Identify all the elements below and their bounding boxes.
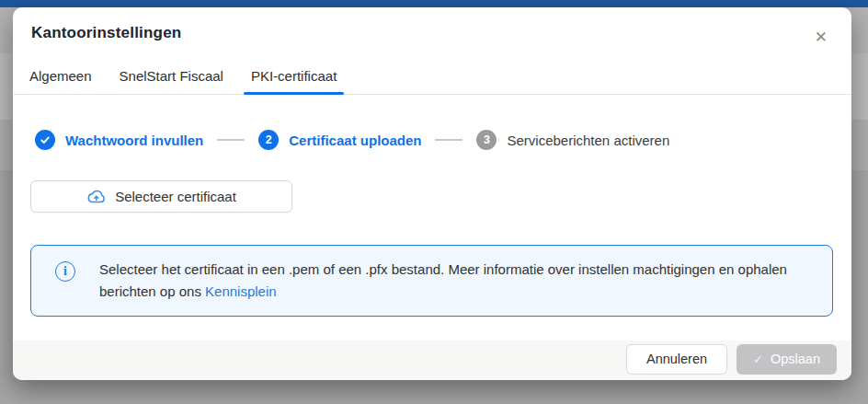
modal-footer: Annuleren ✓ Opslaan <box>13 341 851 380</box>
step-number-badge: 3 <box>476 130 497 150</box>
info-message: Selecteer het certificaat in een .pem of… <box>99 261 787 299</box>
save-button[interactable]: ✓ Opslaan <box>737 344 837 375</box>
step-wachtwoord-invullen[interactable]: Wachtwoord invullen <box>35 130 203 150</box>
step-label: Serviceberichten activeren <box>507 133 669 148</box>
check-icon: ✓ <box>753 352 763 366</box>
tab-bar: Algemeen SnelStart Fiscaal PKI-certifica… <box>13 55 851 95</box>
modal-title: Kantoorinstellingen <box>31 24 181 42</box>
select-certificate-label: Selecteer certificaat <box>115 189 236 204</box>
info-text: Selecteer het certificaat in een .pem of… <box>99 259 810 303</box>
kantoorinstellingen-modal: Kantoorinstellingen ✕ Algemeen SnelStart… <box>13 7 851 380</box>
tab-pki-certificaat[interactable]: PKI-certificaat <box>249 61 338 94</box>
kennisplein-link[interactable]: Kennisplein <box>205 283 277 299</box>
save-button-label: Opslaan <box>771 352 820 366</box>
modal-header: Kantoorinstellingen ✕ <box>13 7 851 55</box>
cancel-button[interactable]: Annuleren <box>626 344 727 375</box>
wizard-stepper: Wachtwoord invullen 2 Certificaat upload… <box>30 130 834 150</box>
step-serviceberichten-activeren[interactable]: 3 Serviceberichten activeren <box>476 130 669 150</box>
modal-content: Wachtwoord invullen 2 Certificaat upload… <box>13 95 851 341</box>
app-top-bar <box>0 0 868 7</box>
tab-snelstart-fiscaal[interactable]: SnelStart Fiscaal <box>118 61 225 94</box>
step-certificaat-uploaden[interactable]: 2 Certificaat uploaden <box>258 130 421 150</box>
step-connector <box>435 139 463 141</box>
step-connector <box>217 139 245 141</box>
step-label: Certificaat uploaden <box>289 133 421 148</box>
tab-algemeen[interactable]: Algemeen <box>28 61 94 94</box>
step-completed-check-icon <box>35 130 55 150</box>
cloud-upload-icon <box>86 189 106 204</box>
info-callout: i Selecteer het certificaat in een .pem … <box>30 245 833 317</box>
info-icon: i <box>55 261 75 282</box>
step-number-badge: 2 <box>258 130 279 150</box>
select-certificate-button[interactable]: Selecteer certificaat <box>30 180 292 213</box>
close-icon[interactable]: ✕ <box>809 26 833 49</box>
step-label: Wachtwoord invullen <box>65 133 203 148</box>
